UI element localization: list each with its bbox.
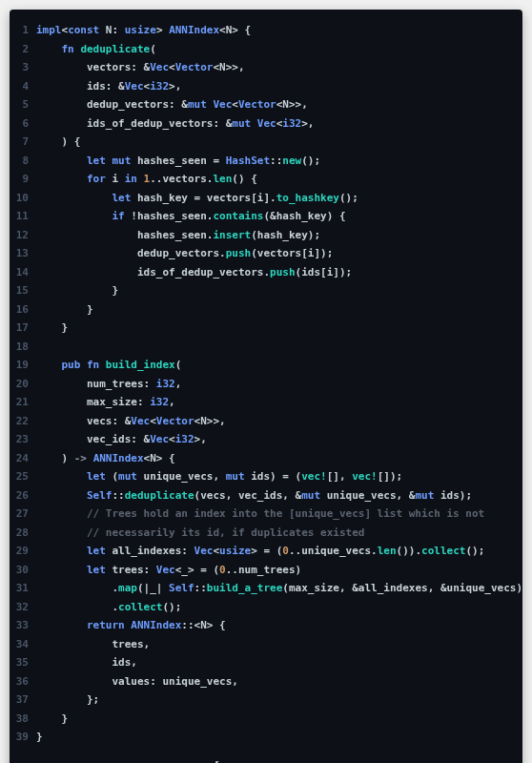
code-line[interactable]: 14 ids_of_dedup_vectors.push(ids[i]); bbox=[10, 263, 522, 282]
code-line[interactable]: 5 dedup_vectors: &mut Vec<Vector<N>>, bbox=[10, 95, 522, 114]
line-content[interactable]: vec_ids: &Vec<i32>, bbox=[36, 430, 522, 449]
line-content[interactable]: let trees: Vec<_> = (0..num_trees) bbox=[36, 561, 522, 580]
line-number: 10 bbox=[10, 189, 36, 208]
line-number: 18 bbox=[10, 338, 36, 357]
line-number: 31 bbox=[10, 579, 36, 598]
line-number: 27 bbox=[10, 505, 36, 524]
line-content[interactable]: ids, bbox=[36, 653, 522, 672]
line-content[interactable]: ids_of_dedup_vectors: &mut Vec<i32>, bbox=[36, 114, 522, 134]
code-line[interactable]: 39} bbox=[10, 728, 522, 747]
code-line[interactable]: 2 fn deduplicate( bbox=[10, 40, 522, 59]
line-number: 26 bbox=[10, 486, 36, 505]
line-content[interactable]: vecs: &Vec<Vector<N>>, bbox=[36, 412, 522, 431]
code-line[interactable]: 7 ) { bbox=[10, 133, 522, 152]
code-line[interactable]: 38 } bbox=[10, 710, 522, 729]
code-area[interactable]: 1impl<const N: usize> ANNIndex<N> {2 fn … bbox=[10, 21, 522, 761]
code-line[interactable]: 19 pub fn build_index( bbox=[10, 356, 522, 375]
line-content[interactable]: // necessarily its id, if duplicates exi… bbox=[36, 524, 522, 543]
line-content[interactable]: vectors: &Vec<Vector<N>>, bbox=[36, 58, 522, 77]
line-number: 30 bbox=[10, 561, 36, 580]
code-line[interactable]: 33 return ANNIndex::<N> { bbox=[10, 616, 522, 635]
line-number: 25 bbox=[10, 467, 36, 486]
line-content[interactable]: let (mut unique_vecs, mut ids) = (vec![]… bbox=[36, 467, 522, 486]
line-content[interactable]: // Trees hold an index into the [unique_… bbox=[36, 505, 522, 524]
line-content[interactable]: dedup_vectors: &mut Vec<Vector<N>>, bbox=[36, 95, 522, 114]
code-line[interactable]: 17 } bbox=[10, 319, 522, 338]
code-line[interactable]: 15 } bbox=[10, 281, 522, 300]
line-content[interactable]: fn deduplicate( bbox=[36, 40, 522, 59]
line-content[interactable]: ) { bbox=[36, 133, 522, 152]
line-content[interactable]: .map(|_| Self::build_a_tree(max_size, &a… bbox=[36, 579, 522, 598]
line-content[interactable]: return ANNIndex::<N> { bbox=[36, 616, 522, 635]
code-line[interactable]: 1impl<const N: usize> ANNIndex<N> { bbox=[10, 21, 522, 40]
line-number: 17 bbox=[10, 319, 36, 338]
code-line[interactable]: 23 vec_ids: &Vec<i32>, bbox=[10, 430, 522, 449]
line-number: 6 bbox=[10, 114, 36, 134]
line-number: 37 bbox=[10, 691, 36, 710]
code-line[interactable]: 9 for i in 1..vectors.len() { bbox=[10, 170, 522, 189]
line-number: 24 bbox=[10, 449, 36, 468]
line-content[interactable]: ids_of_dedup_vectors.push(ids[i]); bbox=[36, 263, 522, 282]
code-line[interactable]: 18 bbox=[10, 338, 522, 357]
line-content[interactable]: values: unique_vecs, bbox=[36, 672, 522, 691]
line-content[interactable]: } bbox=[36, 281, 522, 300]
code-line[interactable]: 26 Self::deduplicate(vecs, vec_ids, &mut… bbox=[10, 486, 522, 505]
code-line[interactable]: 10 let hash_key = vectors[i].to_hashkey(… bbox=[10, 189, 522, 208]
line-content[interactable]: } bbox=[36, 319, 522, 338]
code-line[interactable]: 31 .map(|_| Self::build_a_tree(max_size,… bbox=[10, 579, 522, 598]
line-content[interactable]: dedup_vectors.push(vectors[i]); bbox=[36, 244, 522, 263]
line-content[interactable]: max_size: i32, bbox=[36, 393, 522, 412]
code-line[interactable]: 6 ids_of_dedup_vectors: &mut Vec<i32>, bbox=[10, 114, 522, 134]
code-line[interactable]: 28 // necessarily its id, if duplicates … bbox=[10, 524, 522, 543]
code-line[interactable]: 27 // Trees hold an index into the [uniq… bbox=[10, 505, 522, 524]
code-line[interactable]: 29 let all_indexes: Vec<usize> = (0..uni… bbox=[10, 542, 522, 561]
code-editor[interactable]: 1impl<const N: usize> ANNIndex<N> {2 fn … bbox=[10, 10, 522, 763]
code-line[interactable]: 3 vectors: &Vec<Vector<N>>, bbox=[10, 58, 522, 77]
code-line[interactable]: 16 } bbox=[10, 300, 522, 320]
line-content[interactable]: } bbox=[36, 728, 522, 747]
line-content[interactable]: trees, bbox=[36, 635, 522, 654]
line-content[interactable]: let all_indexes: Vec<usize> = (0..unique… bbox=[36, 542, 522, 561]
line-number: 1 bbox=[10, 21, 36, 40]
code-line[interactable]: 37 }; bbox=[10, 691, 522, 710]
line-content[interactable]: Self::deduplicate(vecs, vec_ids, &mut un… bbox=[36, 486, 522, 505]
code-line[interactable]: 8 let mut hashes_seen = HashSet::new(); bbox=[10, 152, 522, 171]
code-line[interactable]: 21 max_size: i32, bbox=[10, 393, 522, 412]
line-content[interactable]: for i in 1..vectors.len() { bbox=[36, 170, 522, 189]
code-line[interactable]: 20 num_trees: i32, bbox=[10, 375, 522, 394]
line-number: 22 bbox=[10, 412, 36, 431]
code-line[interactable]: 13 dedup_vectors.push(vectors[i]); bbox=[10, 244, 522, 263]
code-line[interactable]: 32 .collect(); bbox=[10, 598, 522, 617]
code-line[interactable]: 34 trees, bbox=[10, 635, 522, 654]
line-number: 2 bbox=[10, 40, 36, 59]
code-line[interactable]: 24 ) -> ANNIndex<N> { bbox=[10, 449, 522, 468]
code-line[interactable]: 25 let (mut unique_vecs, mut ids) = (vec… bbox=[10, 467, 522, 486]
line-number: 21 bbox=[10, 393, 36, 412]
line-content[interactable]: if !hashes_seen.contains(&hash_key) { bbox=[36, 207, 522, 226]
code-line[interactable]: 30 let trees: Vec<_> = (0..num_trees) bbox=[10, 561, 522, 580]
line-content[interactable]: ids: &Vec<i32>, bbox=[36, 77, 522, 96]
line-content[interactable]: hashes_seen.insert(hash_key); bbox=[36, 226, 522, 245]
line-content[interactable]: } bbox=[36, 300, 522, 320]
code-line[interactable]: 22 vecs: &Vec<Vector<N>>, bbox=[10, 412, 522, 431]
code-line[interactable]: 35 ids, bbox=[10, 653, 522, 672]
code-line[interactable]: 11 if !hashes_seen.contains(&hash_key) { bbox=[10, 207, 522, 226]
line-content[interactable]: let hash_key = vectors[i].to_hashkey(); bbox=[36, 189, 522, 208]
line-content[interactable]: } bbox=[36, 710, 522, 729]
line-content[interactable]: }; bbox=[36, 691, 522, 710]
line-number: 16 bbox=[10, 300, 36, 320]
line-number: 29 bbox=[10, 542, 36, 561]
line-number: 14 bbox=[10, 263, 36, 282]
code-line[interactable]: 12 hashes_seen.insert(hash_key); bbox=[10, 226, 522, 245]
line-content[interactable]: num_trees: i32, bbox=[36, 375, 522, 394]
line-number: 32 bbox=[10, 598, 36, 617]
line-content[interactable]: ) -> ANNIndex<N> { bbox=[36, 449, 522, 468]
line-number: 28 bbox=[10, 524, 36, 543]
line-content[interactable]: impl<const N: usize> ANNIndex<N> { bbox=[36, 21, 522, 40]
line-content[interactable]: pub fn build_index( bbox=[36, 356, 522, 375]
line-content[interactable]: .collect(); bbox=[36, 598, 522, 617]
code-line[interactable]: 36 values: unique_vecs, bbox=[10, 672, 522, 691]
line-content[interactable]: let mut hashes_seen = HashSet::new(); bbox=[36, 152, 522, 171]
line-number: 12 bbox=[10, 226, 36, 245]
code-line[interactable]: 4 ids: &Vec<i32>, bbox=[10, 77, 522, 96]
